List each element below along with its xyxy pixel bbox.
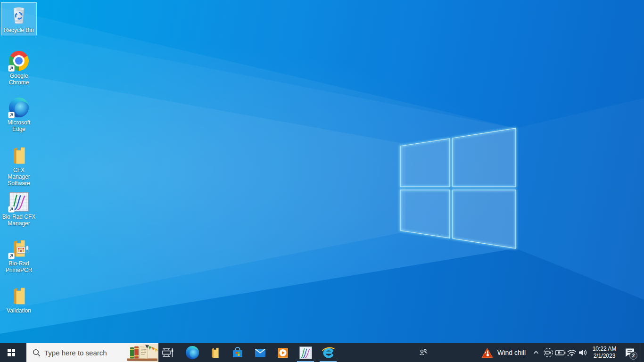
people-button[interactable] xyxy=(412,343,435,362)
task-view-button[interactable] xyxy=(158,343,177,362)
microsoft-edge-icon xyxy=(186,346,199,359)
desktop-icon-label: Microsoft Edge xyxy=(2,119,36,132)
clock-date: 2/1/2023 xyxy=(589,353,620,360)
search-input[interactable] xyxy=(41,349,126,357)
meet-now-camera-icon xyxy=(543,347,553,358)
taskbar-app-internet-explorer[interactable] xyxy=(317,343,339,362)
desktop-icon-microsoft-edge[interactable]: Microsoft Edge xyxy=(1,95,37,134)
shortcut-arrow-icon xyxy=(8,112,15,118)
desktop-icon-bio-rad-primepcr[interactable]: Bio-Rad PrimePCR xyxy=(1,236,37,275)
folder-icon xyxy=(8,285,30,306)
internet-explorer-icon xyxy=(321,346,335,360)
taskbar-app-microsoft-store[interactable] xyxy=(226,343,249,362)
wifi-icon xyxy=(567,349,577,357)
show-desktop-button[interactable] xyxy=(640,343,644,362)
cfx-manager-chart-icon xyxy=(8,191,30,213)
microsoft-edge-icon xyxy=(8,97,30,118)
start-button[interactable] xyxy=(0,343,23,362)
taskbar-search[interactable] xyxy=(26,343,158,362)
desktop-icon-validation[interactable]: Validation xyxy=(1,283,37,316)
taskbar-app-bio-rad-cfx-manager[interactable] xyxy=(294,343,317,362)
desktop-background: Recycle Bin Google Chrome Microsoft Edge… xyxy=(0,0,644,343)
shortcut-arrow-icon xyxy=(8,206,15,213)
desktop-icon-label: Google Chrome xyxy=(2,73,36,86)
wallpaper-light-beams-and-windows-logo xyxy=(0,0,644,343)
desktop-icon-cfx-manager-software[interactable]: CFX Manager Software xyxy=(1,142,37,189)
task-view-icon xyxy=(162,347,174,358)
recycle-bin-icon xyxy=(8,4,30,26)
shortcut-arrow-icon xyxy=(8,65,15,72)
mail-icon xyxy=(254,346,267,359)
search-highlight-books-icon[interactable] xyxy=(126,343,158,362)
action-center-button[interactable]: 2 xyxy=(620,343,640,362)
desktop-icon-recycle-bin[interactable]: Recycle Bin xyxy=(1,2,37,35)
taskbar-app-microsoft-edge[interactable] xyxy=(181,343,204,362)
desktop-icon-label: Validation xyxy=(7,307,31,314)
wifi-status-button[interactable] xyxy=(566,343,578,362)
speaker-icon xyxy=(578,348,588,357)
taskbar-app-mail[interactable] xyxy=(249,343,272,362)
taskbar-app-movies-tv[interactable] xyxy=(272,343,294,362)
meet-now-button[interactable] xyxy=(542,343,555,362)
volume-button[interactable] xyxy=(578,343,589,362)
taskbar-empty-space xyxy=(339,343,412,362)
clock[interactable]: 10:22 AM 2/1/2023 xyxy=(589,343,620,362)
tray-expand-button[interactable] xyxy=(530,343,542,362)
movies-tv-icon xyxy=(276,346,289,359)
cfx-manager-icon xyxy=(299,346,312,359)
desktop-icon-label: Bio-Rad CFX Manager xyxy=(2,214,36,227)
google-chrome-icon xyxy=(8,50,30,72)
weather-widget[interactable]: Wind chill xyxy=(476,343,530,362)
weather-label: Wind chill xyxy=(497,349,526,356)
battery-status-button[interactable] xyxy=(555,343,566,362)
taskbar-app-file-explorer[interactable] xyxy=(204,343,226,362)
clock-time: 10:22 AM xyxy=(589,346,620,353)
desktop-icon-label: CFX Manager Software xyxy=(2,167,36,187)
notification-count-badge: 2 xyxy=(629,352,637,360)
taskbar: Wind chill xyxy=(0,343,644,362)
windows-logo-icon xyxy=(8,349,16,357)
weather-alert-icon xyxy=(481,347,494,359)
shortcut-arrow-icon xyxy=(8,253,15,259)
people-icon xyxy=(418,347,429,358)
desktop-icon-label: Recycle Bin xyxy=(4,27,33,33)
folder-icon xyxy=(8,144,30,166)
desktop-icon-bio-rad-cfx-manager[interactable]: Bio-Rad CFX Manager xyxy=(1,189,37,229)
desktop-icon-label: Bio-Rad PrimePCR xyxy=(2,260,36,273)
desktop-icon-google-chrome[interactable]: Google Chrome xyxy=(1,48,37,88)
battery-charging-icon xyxy=(555,349,566,356)
search-icon xyxy=(33,349,41,357)
chevron-up-icon xyxy=(532,349,540,356)
primepcr-folder-icon xyxy=(8,238,30,259)
microsoft-store-icon xyxy=(231,346,244,359)
file-explorer-icon xyxy=(208,346,222,359)
